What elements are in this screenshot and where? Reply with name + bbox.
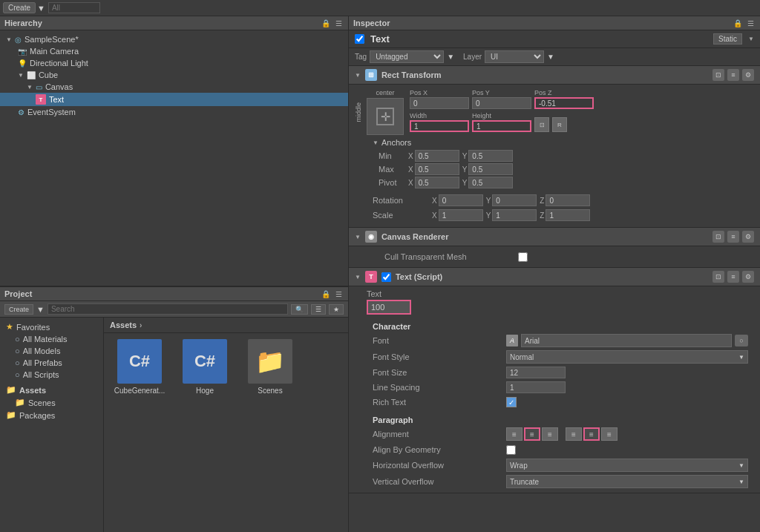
align-by-geometry-checkbox[interactable] [506, 445, 516, 455]
project-lock-button[interactable]: 🔒 [320, 290, 332, 298]
canvas-renderer-header[interactable]: ▼ ◉ Canvas Renderer ⊡ ≡ ⚙ [349, 228, 760, 246]
cull-checkbox[interactable] [518, 252, 528, 262]
expand-icon: ▼ [6, 36, 12, 43]
favorites-button[interactable]: ★ [329, 304, 344, 315]
rt-anchor-box[interactable]: ✛ [367, 98, 404, 135]
line-spacing-input[interactable] [506, 381, 566, 393]
asset-item-cubegenerator[interactable]: C# CubeGenerat... [110, 339, 169, 395]
component-enable-checkbox[interactable] [355, 34, 364, 44]
canvas-renderer-settings-btn3[interactable]: ⚙ [742, 231, 754, 243]
hierarchy-menu-button[interactable]: ☰ [334, 19, 344, 27]
font-style-arrow: ▼ [738, 354, 744, 361]
sidebar-item-all-scripts[interactable]: ○ All Scripts [0, 369, 103, 381]
asset-item-hoge[interactable]: C# Hoge [175, 339, 235, 395]
hierarchy-item-eventsystem[interactable]: ⚙ EventSystem [0, 106, 348, 118]
sidebar-item-scenes[interactable]: 📁 Scenes [0, 396, 103, 409]
rt-fields: Pos X Pos Y Pos Z [410, 89, 754, 132]
anchors-header[interactable]: ▼ Anchors [373, 138, 748, 147]
sidebar-item-all-models[interactable]: ○ All Models [0, 345, 103, 357]
static-button[interactable]: Static [713, 33, 742, 45]
align-right-top-button[interactable]: ≡ [542, 427, 558, 441]
scale-y-input[interactable] [492, 209, 537, 221]
horizontal-overflow-dropdown[interactable]: Wrap ▼ [506, 459, 748, 472]
rt-corner-button[interactable]: ⊡ [534, 117, 549, 132]
anchor-max-y-input[interactable] [468, 163, 513, 175]
hierarchy-item-canvas[interactable]: ▼ ▭ Canvas [0, 81, 348, 93]
anchor-min-y-input[interactable] [468, 150, 513, 162]
project-create-button[interactable]: Create [4, 304, 33, 315]
vertical-overflow-dropdown[interactable]: Truncate ▼ [506, 475, 748, 488]
rt-wh-row: Width Height ⊡ R [410, 112, 754, 132]
pivot-y-input[interactable] [468, 177, 513, 188]
hierarchy-item-directional-light[interactable]: 💡 Directional Light [0, 57, 348, 69]
hierarchy-item-text[interactable]: T Text [0, 93, 348, 106]
character-section-header: Character [355, 319, 754, 332]
hierarchy-lock-button[interactable]: 🔒 [320, 19, 332, 27]
text-script-settings-btn1[interactable]: ⊡ [712, 271, 724, 283]
align-center-middle-button[interactable]: ≡ [583, 427, 600, 441]
sidebar-item-packages[interactable]: 📁 Packages [0, 409, 103, 421]
font-dropdown[interactable]: Arial [521, 334, 732, 347]
font-style-dropdown[interactable]: Normal ▼ [506, 350, 748, 364]
pivot-x-input[interactable] [415, 177, 459, 188]
canvas-renderer-settings-btn1[interactable]: ⊡ [712, 231, 724, 243]
filter-button[interactable]: ☰ [311, 304, 326, 315]
sidebar-item-favorites[interactable]: ★ Favorites [0, 321, 103, 333]
sidebar-item-all-prefabs[interactable]: ○ All Prefabs [0, 357, 103, 369]
height-input[interactable] [472, 120, 531, 132]
align-left-top-button[interactable]: ≡ [506, 427, 522, 441]
text-script-settings-btn3[interactable]: ⚙ [742, 271, 754, 283]
rich-text-checkbox[interactable]: ✓ [506, 397, 517, 407]
vertical-overflow-row: Vertical Overflow Truncate ▼ [355, 473, 754, 490]
text-script-settings-btn2[interactable]: ≡ [727, 271, 739, 283]
text-field-label: Text [355, 289, 754, 298]
font-size-input[interactable] [506, 367, 566, 378]
anchor-min-x-input[interactable] [415, 150, 459, 162]
scale-x-input[interactable] [439, 209, 483, 221]
rect-transform-expand-icon: ▼ [355, 72, 361, 79]
pos-x-input[interactable] [410, 97, 469, 109]
pos-y-input[interactable] [472, 97, 531, 109]
anchor-inner: ✛ [376, 108, 394, 125]
search-button[interactable]: 🔍 [291, 304, 308, 315]
font-size-row: Font Size [355, 365, 754, 380]
text-value-input[interactable] [367, 300, 411, 315]
pos-z-input[interactable] [534, 97, 594, 109]
layer-select[interactable]: UI [485, 50, 544, 63]
rt-r-button[interactable]: R [552, 117, 567, 132]
hierarchy-item-main-camera[interactable]: 📷 Main Camera [0, 45, 348, 57]
canvas-icon: ▭ [36, 83, 42, 91]
rotation-z-input[interactable] [546, 194, 590, 206]
rotation-x-input[interactable] [439, 194, 483, 206]
font-picker-button[interactable]: ○ [735, 335, 748, 347]
rect-transform-settings-btn3[interactable]: ⚙ [742, 69, 754, 81]
scale-z-input[interactable] [546, 209, 590, 221]
sidebar-item-all-materials[interactable]: ○ All Materials [0, 333, 103, 345]
align-left-middle-button[interactable]: ≡ [566, 427, 582, 441]
static-dropdown-icon: ▼ [748, 36, 754, 42]
align-right-middle-button[interactable]: ≡ [601, 427, 618, 441]
text-script-body: Text Character Font A Arial ○ Font Style [349, 286, 760, 493]
sidebar-item-assets[interactable]: 📁 Assets [0, 384, 103, 396]
rect-transform-settings-btn2[interactable]: ≡ [727, 69, 739, 81]
text-script-enable-checkbox[interactable] [381, 272, 391, 282]
inspector-menu-button[interactable]: ☰ [746, 19, 756, 27]
tag-select[interactable]: Untagged [370, 50, 444, 63]
inspector-lock-button[interactable]: 🔒 [732, 19, 744, 27]
rotation-y-input[interactable] [492, 194, 537, 206]
canvas-renderer-settings-btn2[interactable]: ≡ [727, 231, 739, 243]
asset-item-scenes[interactable]: 📁 Scenes [240, 339, 300, 395]
project-search-input[interactable] [48, 303, 288, 315]
rect-transform-settings-btn1[interactable]: ⊡ [712, 69, 724, 81]
rect-transform-header[interactable]: ▼ ⊞ Rect Transform ⊡ ≡ ⚙ [349, 66, 760, 85]
line-spacing-value [506, 381, 748, 393]
search-input[interactable] [48, 2, 100, 13]
project-menu-button[interactable]: ☰ [334, 290, 344, 298]
hierarchy-item-samplescene[interactable]: ▼ ◎ SampleScene* [0, 33, 348, 45]
hierarchy-item-cube[interactable]: ▼ ⬜ Cube [0, 69, 348, 81]
create-button[interactable]: Create [3, 2, 36, 13]
text-script-header[interactable]: ▼ T Text (Script) ⊡ ≡ ⚙ [349, 268, 760, 286]
anchor-max-x-input[interactable] [415, 163, 459, 175]
align-center-top-button[interactable]: ≡ [524, 427, 540, 441]
width-input[interactable] [410, 120, 469, 132]
